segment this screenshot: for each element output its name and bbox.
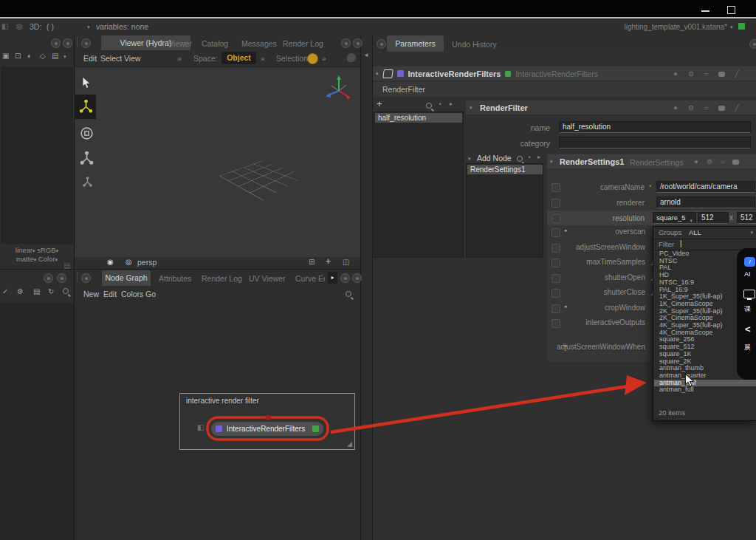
course-screen-icon[interactable]: [743, 290, 755, 298]
edit-check-icon[interactable]: ✓: [2, 287, 8, 295]
viewer-pane-split-icon[interactable]: [341, 38, 351, 48]
frame-view-icon[interactable]: ⊞: [309, 258, 315, 266]
view-channel-color[interactable]: Color: [38, 255, 55, 263]
filter-list-arrow-icon[interactable]: ▸: [450, 100, 453, 107]
node-enabled-badge[interactable]: [312, 425, 319, 432]
viewer-menu-select[interactable]: Select: [100, 54, 122, 63]
playback-range[interactable]: ( ): [47, 22, 54, 31]
node-enabled-badge[interactable]: [505, 71, 511, 77]
scale-tool-icon[interactable]: [77, 147, 96, 169]
scene-file-caret-icon[interactable]: ▾: [730, 24, 733, 30]
nodegraph-search-icon[interactable]: [346, 291, 351, 297]
popup-filter-row[interactable]: Filter |: [653, 239, 756, 250]
edit-pencil-icon[interactable]: ╱: [733, 70, 740, 78]
popup-item-antman_half[interactable]: antman_half: [654, 380, 756, 387]
tab-attributes[interactable]: Attributes: [159, 274, 191, 283]
settings-gear-icon[interactable]: ⚙: [687, 104, 695, 112]
added-node-item-selected[interactable]: RenderSettings1: [467, 165, 543, 174]
tab-render-log[interactable]: Render Log: [283, 39, 323, 48]
nodegraph-menu-new[interactable]: New: [83, 290, 99, 298]
camera-radio-icon[interactable]: ◎: [126, 258, 132, 266]
resolution-preset-dropdown[interactable]: square_5 ▾: [653, 212, 696, 224]
add-filter-button[interactable]: +: [377, 98, 382, 109]
viewport-canvas[interactable]: [75, 66, 360, 257]
add-node-folder-icon[interactable]: ▪: [529, 154, 531, 160]
edit-pencil-icon[interactable]: ╱: [733, 104, 740, 112]
tab-undo-history[interactable]: Undo History: [452, 40, 497, 49]
rotate-tool-icon[interactable]: [77, 122, 96, 144]
view-transform-srgb[interactable]: sRGB: [37, 246, 55, 254]
search-icon[interactable]: [63, 288, 69, 294]
comment-bubble-icon[interactable]: [718, 72, 725, 77]
pane-collapse-arrow-icon[interactable]: ◄: [363, 52, 369, 58]
tab-viewer[interactable]: Viewer: [168, 39, 192, 48]
groups-caret-icon[interactable]: ▾: [750, 230, 753, 236]
sliders-icon[interactable]: =: [703, 70, 710, 78]
resolution-height-field[interactable]: 512: [737, 212, 756, 224]
selection-mode-icon[interactable]: [307, 53, 318, 64]
look-through-icon[interactable]: ◫: [343, 258, 349, 266]
tab-parameters[interactable]: Parameters: [387, 35, 444, 52]
divider-center[interactable]: [360, 35, 361, 540]
space-object-button[interactable]: Object: [221, 52, 256, 64]
pane-menu-icon[interactable]: [63, 38, 72, 48]
settings-gear-icon[interactable]: ⚙: [687, 70, 695, 78]
manipulator-tool-icon[interactable]: [78, 171, 97, 193]
select-tool-icon[interactable]: [77, 72, 96, 94]
nodegraph-menu-go[interactable]: Go: [145, 290, 156, 298]
lower-pane-split-icon[interactable]: [44, 273, 53, 283]
visibility-eye-icon[interactable]: ◉: [107, 258, 114, 266]
add-node-arrow-icon[interactable]: ▸: [537, 154, 540, 160]
film-caret-icon[interactable]: ▾: [63, 54, 66, 60]
view-matte[interactable]: matte: [16, 255, 34, 263]
nodegraph-pane-menu-icon[interactable]: [81, 273, 91, 283]
film-icon[interactable]: ▤: [52, 52, 58, 60]
tab-messages[interactable]: Messages: [241, 39, 277, 48]
sliders-icon[interactable]: =: [703, 104, 710, 112]
group-resize-handle[interactable]: [347, 442, 352, 447]
filter-list-folder-icon[interactable]: ▪: [439, 100, 441, 107]
params-pane-menu-icon[interactable]: [377, 39, 386, 49]
popup-groups-row[interactable]: Groups ALL ▾: [653, 227, 756, 239]
gear-icon[interactable]: ⚙: [17, 287, 24, 295]
cameraName-field[interactable]: /root/world/cam/camera: [656, 181, 755, 193]
groups-value[interactable]: ALL: [689, 228, 701, 236]
add-node-label[interactable]: Add Node: [477, 154, 512, 163]
add-node-caret-icon[interactable]: ▾: [468, 156, 471, 162]
tab-render-log-2[interactable]: Render Log: [202, 274, 242, 283]
space-chevrons-icon[interactable]: »: [261, 54, 265, 63]
nodegraph-pane-gear-icon[interactable]: [352, 273, 362, 283]
snapshot-icon[interactable]: ▤: [63, 262, 70, 270]
pin-dot-icon[interactable]: ●: [672, 70, 679, 78]
added-nodes-list[interactable]: RenderSettings1: [466, 163, 543, 258]
node-view-flag-icon[interactable]: ◧: [197, 423, 204, 431]
scene-file-title[interactable]: lighting_template_v001.katana*: [517, 23, 727, 31]
viewer-menu-edit[interactable]: Edit: [83, 54, 97, 63]
pan-icon[interactable]: +: [326, 256, 331, 267]
nodegraph-canvas[interactable]: interactive render filter ◧ InteractiveR…: [75, 301, 360, 540]
tab-curve-editor[interactable]: Curve Ed: [295, 274, 325, 283]
tab-catalog[interactable]: Catalog: [202, 39, 228, 48]
slate-icon[interactable]: ▤: [33, 287, 40, 295]
variables-label[interactable]: variables: none: [96, 22, 148, 31]
interactive-render-filters-node[interactable]: InteractiveRenderFilters: [211, 422, 323, 436]
sliders-icon[interactable]: =: [719, 158, 726, 165]
viewer-pane-menu-icon[interactable]: [81, 38, 91, 48]
shading-icon[interactable]: ◐: [27, 52, 32, 60]
minimize-button[interactable]: [701, 10, 709, 12]
rendersettings-caret-icon[interactable]: ▾: [550, 159, 553, 165]
collapse-chevron-icon[interactable]: <: [745, 324, 751, 335]
mode-label[interactable]: 3D:: [30, 22, 41, 31]
snapping-icon[interactable]: [347, 53, 356, 62]
tab-node-graph[interactable]: Node Graph: [102, 270, 151, 286]
cameraName-link-icon[interactable]: ◔: [647, 182, 651, 190]
renderer-field[interactable]: arnold: [656, 196, 755, 208]
settings-gear-icon[interactable]: ⚙: [706, 158, 713, 165]
pane-split-icon[interactable]: [51, 38, 61, 48]
comment-bubble-icon[interactable]: [718, 106, 725, 111]
diamond-icon[interactable]: ◇: [40, 52, 46, 60]
nodegraph-menu-colors[interactable]: Colors: [121, 290, 143, 298]
ai-assistant-icon[interactable]: /: [744, 257, 755, 267]
viewer-menu-view[interactable]: View: [124, 54, 141, 63]
selection-chevrons-icon[interactable]: »: [322, 54, 326, 63]
